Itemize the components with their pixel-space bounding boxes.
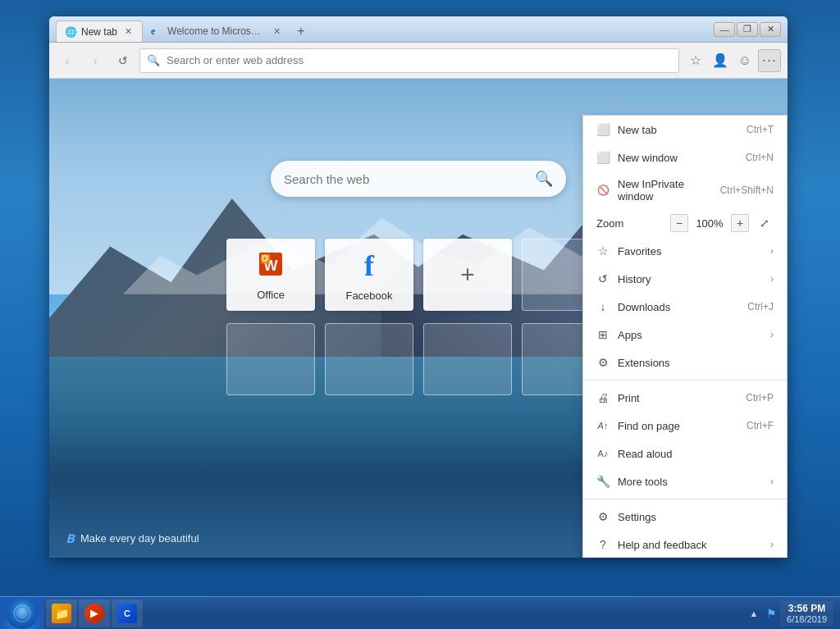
close-button[interactable]: ✕ bbox=[760, 22, 781, 37]
address-bar[interactable]: 🔍 bbox=[139, 48, 679, 73]
help-icon: ? bbox=[596, 538, 609, 551]
menu-item-apps[interactable]: ⊞ Apps › bbox=[583, 321, 787, 349]
menu-shortcut-print: Ctrl+P bbox=[746, 392, 774, 403]
menu-item-history[interactable]: ↺ History › bbox=[583, 265, 787, 293]
menu-item-inprivate[interactable]: 🚫 New InPrivate window Ctrl+Shift+N bbox=[583, 171, 787, 209]
find-icon: A↑ bbox=[596, 419, 609, 432]
browser-content: 🔍 W O bbox=[49, 79, 788, 558]
menu-item-settings[interactable]: ⚙ Settings bbox=[583, 503, 787, 531]
extensions-icon: ⚙ bbox=[596, 356, 609, 369]
menu-item-new-tab[interactable]: ⬜ New tab Ctrl+T bbox=[583, 116, 787, 144]
taskbar-items: 📁 ▶ C bbox=[44, 597, 144, 629]
quick-link-office[interactable]: W O Office bbox=[226, 239, 315, 311]
menu-label-extensions: Extensions bbox=[618, 357, 774, 369]
office-label: Office bbox=[257, 289, 285, 301]
print-icon: 🖨 bbox=[596, 391, 609, 404]
menu-label-new-window: New window bbox=[618, 152, 737, 164]
private-icon: 🚫 bbox=[596, 184, 609, 197]
tab-close-2[interactable]: ✕ bbox=[271, 25, 282, 37]
forward-button[interactable]: › bbox=[84, 49, 107, 72]
menu-item-extensions[interactable]: ⚙ Extensions bbox=[583, 349, 787, 376]
menu-label-read-aloud: Read aloud bbox=[618, 448, 774, 460]
taskbar-item-media[interactable]: ▶ bbox=[79, 599, 110, 627]
help-arrow: › bbox=[770, 539, 774, 550]
menu-item-read-aloud[interactable]: A♪ Read aloud bbox=[583, 440, 787, 467]
refresh-button[interactable]: ↺ bbox=[112, 49, 135, 72]
svg-text:O: O bbox=[262, 254, 268, 263]
menu-label-more-tools: More tools bbox=[618, 476, 762, 488]
tools-icon: 🔧 bbox=[596, 475, 609, 488]
zoom-label: Zoom bbox=[596, 217, 664, 230]
zoom-value: 100% bbox=[695, 217, 724, 230]
maximize-button[interactable]: ❐ bbox=[737, 22, 758, 37]
menu-label-history: History bbox=[618, 273, 762, 285]
dropdown-menu: ⬜ New tab Ctrl+T ⬜ New window Ctrl+N 🚫 N… bbox=[582, 115, 788, 558]
tab-close-1[interactable]: ✕ bbox=[122, 26, 134, 38]
quick-link-add[interactable]: + bbox=[423, 239, 512, 311]
start-button[interactable] bbox=[0, 597, 44, 630]
quick-link-empty-4 bbox=[423, 323, 512, 395]
menu-item-help[interactable]: ? Help and feedback › bbox=[583, 531, 787, 558]
more-tools-arrow: › bbox=[770, 476, 774, 487]
menu-shortcut-new-tab: Ctrl+T bbox=[746, 124, 774, 135]
minimize-button[interactable]: — bbox=[714, 22, 735, 37]
clock-date: 6/18/2019 bbox=[787, 614, 827, 624]
menu-label-inprivate: New InPrivate window bbox=[618, 178, 712, 203]
menu-label-settings: Settings bbox=[618, 511, 774, 523]
apps-arrow: › bbox=[770, 329, 774, 340]
add-icon: + bbox=[460, 261, 475, 289]
zoom-out-button[interactable]: − bbox=[670, 214, 688, 232]
zoom-in-button[interactable]: + bbox=[731, 214, 749, 232]
menu-item-more-tools[interactable]: 🔧 More tools › bbox=[583, 467, 787, 495]
menu-label-downloads: Downloads bbox=[618, 301, 739, 313]
taskbar-flag[interactable]: ⚑ bbox=[765, 601, 777, 626]
tab-add-button[interactable]: + bbox=[290, 21, 312, 42]
menu-item-print[interactable]: 🖨 Print Ctrl+P bbox=[583, 384, 787, 412]
quick-link-empty-2 bbox=[226, 323, 315, 395]
more-button[interactable]: ··· bbox=[758, 49, 781, 72]
address-input[interactable] bbox=[167, 54, 672, 66]
office-icon: W O bbox=[256, 249, 285, 282]
back-button[interactable]: ‹ bbox=[56, 49, 79, 72]
taskbar: 📁 ▶ C ▲ ⚑ 3:56 PM 6/18/2019 bbox=[0, 596, 840, 629]
tray-expand-button[interactable]: ▲ bbox=[746, 601, 762, 626]
window-icon: ⬜ bbox=[596, 151, 609, 164]
menu-item-downloads[interactable]: ↓ Downloads Ctrl+J bbox=[583, 293, 787, 321]
divider-1 bbox=[583, 380, 787, 381]
nav-bar: ‹ › ↺ 🔍 ☆ 👤 ☺ ··· bbox=[49, 43, 788, 79]
read-icon: A♪ bbox=[596, 447, 609, 460]
menu-label-new-tab: New tab bbox=[618, 124, 738, 136]
favorites-button[interactable]: ☆ bbox=[684, 49, 707, 72]
menu-item-find[interactable]: A↑ Find on page Ctrl+F bbox=[583, 412, 787, 440]
taskbar-item-explorer[interactable]: 📁 bbox=[46, 599, 77, 627]
search-icon[interactable]: 🔍 bbox=[535, 170, 553, 188]
start-orb bbox=[7, 598, 38, 629]
zoom-fullscreen-button[interactable]: ⤢ bbox=[756, 214, 774, 232]
search-input[interactable] bbox=[284, 172, 527, 186]
search-container: 🔍 bbox=[271, 161, 566, 197]
history-icon: ↺ bbox=[596, 272, 609, 285]
settings-icon: ⚙ bbox=[596, 510, 609, 523]
divider-2 bbox=[583, 499, 787, 499]
quick-link-facebook[interactable]: f Facebook bbox=[325, 239, 413, 311]
menu-label-help: Help and feedback bbox=[618, 539, 762, 551]
download-icon: ↓ bbox=[596, 300, 609, 313]
taskbar-right: ▲ ⚑ 3:56 PM 6/18/2019 bbox=[739, 597, 840, 629]
menu-item-new-window[interactable]: ⬜ New window Ctrl+N bbox=[583, 144, 787, 171]
taskbar-clock[interactable]: 3:56 PM 6/18/2019 bbox=[780, 601, 833, 626]
taskbar-item-app[interactable]: C bbox=[112, 599, 143, 627]
menu-item-favorites[interactable]: ☆ Favorites › bbox=[583, 237, 787, 265]
search-small-icon: 🔍 bbox=[147, 54, 160, 66]
emoji-button[interactable]: ☺ bbox=[733, 49, 756, 72]
bing-branding: ʙ Make every day beautiful bbox=[66, 529, 199, 547]
profile-button[interactable]: 👤 bbox=[709, 49, 732, 72]
history-arrow: › bbox=[770, 273, 774, 285]
menu-shortcut-downloads: Ctrl+J bbox=[747, 301, 774, 312]
tab-edge-welcome[interactable]: e Welcome to Microsoft Edge Ca... ✕ bbox=[143, 21, 290, 42]
quick-link-empty-3 bbox=[325, 323, 413, 395]
menu-label-find: Find on page bbox=[618, 420, 738, 432]
search-box[interactable]: 🔍 bbox=[271, 161, 566, 197]
menu-shortcut-find: Ctrl+F bbox=[746, 420, 774, 431]
tab-new-tab[interactable]: 🌐 New tab ✕ bbox=[56, 21, 143, 42]
bing-logo: ʙ bbox=[66, 529, 74, 547]
